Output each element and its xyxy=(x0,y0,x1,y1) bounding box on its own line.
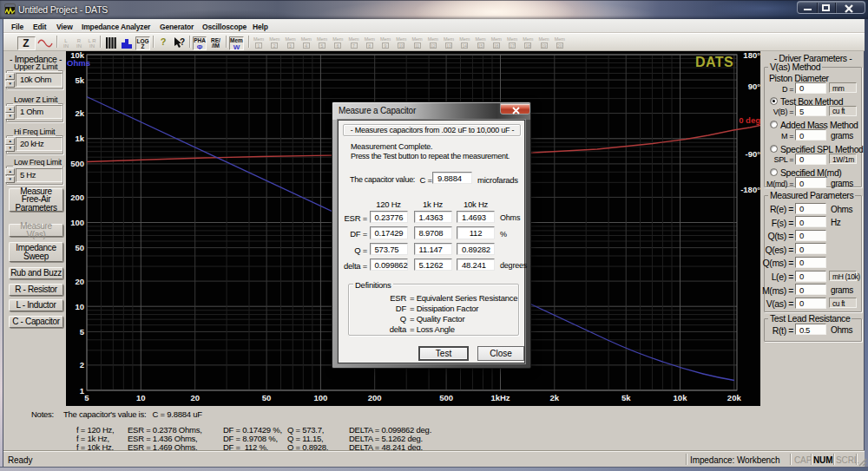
svg-text:100: 100 xyxy=(313,393,327,402)
svg-text:500: 500 xyxy=(439,393,453,402)
svg-text:1kHz: 1kHz xyxy=(490,393,510,402)
svg-text:500: 500 xyxy=(70,159,84,168)
svg-text:20k: 20k xyxy=(727,393,742,402)
svg-text:5k: 5k xyxy=(75,75,84,85)
svg-text:1k: 1k xyxy=(75,134,84,143)
svg-text:50: 50 xyxy=(262,393,272,402)
svg-text:100: 100 xyxy=(70,218,84,227)
svg-text:10k: 10k xyxy=(674,393,688,402)
svg-text:20: 20 xyxy=(190,393,200,402)
svg-text:5: 5 xyxy=(84,393,89,402)
svg-text:5: 5 xyxy=(80,327,85,337)
svg-text:200: 200 xyxy=(368,393,382,402)
svg-text:2k: 2k xyxy=(75,108,84,118)
svg-text:20: 20 xyxy=(75,277,84,286)
svg-text:5k: 5k xyxy=(621,393,631,402)
svg-text:90°: 90° xyxy=(748,82,760,91)
svg-text:200: 200 xyxy=(70,193,84,202)
svg-text:-90°: -90° xyxy=(745,149,760,159)
svg-text:Ohms: Ohms xyxy=(67,58,90,68)
svg-text:50: 50 xyxy=(75,243,84,252)
svg-text:180°: 180° xyxy=(743,51,760,60)
svg-text:-180°: -180° xyxy=(740,185,760,194)
svg-text:2: 2 xyxy=(80,360,84,370)
svg-text:10: 10 xyxy=(136,393,146,402)
svg-text:2k: 2k xyxy=(550,393,560,402)
svg-text:?: ? xyxy=(180,37,185,47)
svg-text:DATS: DATS xyxy=(695,55,733,69)
svg-text:0 deg: 0 deg xyxy=(739,115,760,125)
svg-text:10: 10 xyxy=(75,302,84,311)
